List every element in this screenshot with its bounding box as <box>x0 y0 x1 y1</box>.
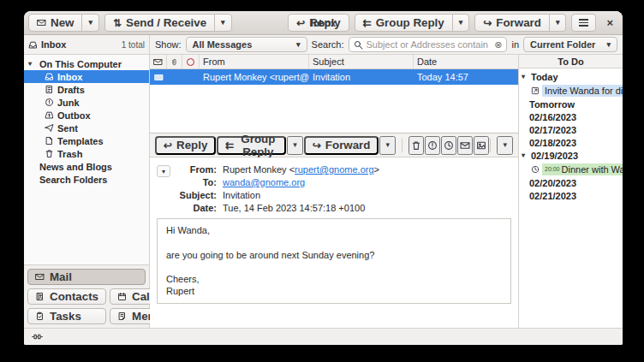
chevron-down-icon: ▾ <box>221 19 225 27</box>
expander-icon[interactable]: ▾ <box>522 73 528 80</box>
mark-unread-button[interactable] <box>457 136 473 155</box>
trash-icon <box>45 149 54 158</box>
new-message-icon <box>37 18 46 27</box>
message-headers: ▾ From: Rupert Monkey <rupert@gnome.org>… <box>150 157 518 217</box>
group-reply-dropdown-button[interactable]: ▾ <box>452 14 470 32</box>
sent-icon <box>45 123 54 133</box>
reply-icon: ↩ <box>296 18 305 28</box>
search-scope-dropdown[interactable]: Current Folder ▾ <box>523 37 617 52</box>
preview-group-reply-dropdown[interactable]: ▾ <box>287 136 303 155</box>
message-row[interactable]: Rupert Monkey <rupert@gno... Invitation … <box>150 69 518 85</box>
preview-forward-button[interactable]: ↪ Forward <box>304 136 379 155</box>
folder-name-label: Inbox <box>41 39 66 50</box>
todo-group-date[interactable]: 02/21/2023 <box>519 189 623 202</box>
expander-icon[interactable]: ▾ <box>28 60 36 68</box>
preview-group-reply-button[interactable]: ⇇ Group Reply <box>217 136 286 155</box>
sidebar-item-templates[interactable]: Templates <box>24 134 149 147</box>
junk-icon <box>45 98 54 107</box>
flag-column-header[interactable] <box>182 55 200 68</box>
chevron-down-icon: ▾ <box>88 19 92 27</box>
todo-title: To Do <box>519 55 623 68</box>
subject-column-header[interactable]: Subject <box>309 55 414 68</box>
todo-group-date[interactable]: 02/18/2023 <box>519 136 623 149</box>
tasks-icon <box>35 312 45 321</box>
todo-group-date[interactable]: 02/16/2023 <box>519 110 623 123</box>
todo-group-date-expanded[interactable]: ▾ 02/19/2023 <box>519 149 623 162</box>
online-status-icon[interactable] <box>32 331 43 342</box>
message-list-header: From Subject Date <box>150 55 518 69</box>
load-images-button[interactable] <box>474 136 489 155</box>
templates-icon <box>45 136 54 145</box>
search-input[interactable] <box>367 39 492 50</box>
contacts-icon <box>35 292 45 301</box>
close-window-button[interactable]: × <box>601 16 618 29</box>
chevron-down-icon: ▾ <box>162 168 165 175</box>
new-dropdown-button[interactable]: ▾ <box>81 14 99 32</box>
preview-overflow-dropdown[interactable]: ▾ <box>497 136 513 155</box>
sidebar-item-trash[interactable]: Trash <box>24 147 149 160</box>
from-email-link[interactable]: rupert@gnome.org <box>295 164 374 175</box>
send-receive-button[interactable]: ⇅ Send / Receive <box>104 14 215 32</box>
sidebar-item-inbox[interactable]: Inbox <box>24 70 149 83</box>
tree-root-news-and-blogs[interactable]: News and Blogs <box>24 160 149 173</box>
show-filter-dropdown[interactable]: All Messages ▾ <box>186 37 307 52</box>
new-button[interactable]: New <box>28 14 82 32</box>
delete-message-button[interactable] <box>408 136 424 155</box>
sidebar-item-junk[interactable]: Junk <box>24 96 149 109</box>
todo-bar: To Do ▾ Today Invite Wanda for din... To… <box>519 55 623 328</box>
switcher-contacts-button[interactable]: Contacts <box>27 288 106 305</box>
sidebar-item-drafts[interactable]: Drafts <box>24 83 149 96</box>
preview-reply-button[interactable]: ↩ Reply <box>155 136 216 155</box>
to-email-link[interactable]: wanda@gnome.org <box>223 177 305 187</box>
message-pane: From Subject Date Rupert Monkey <rupert@… <box>150 55 519 328</box>
todo-group-tomorrow[interactable]: Tomorrow <box>519 98 623 110</box>
switcher-tasks-button[interactable]: Tasks <box>27 308 106 324</box>
snooze-button[interactable] <box>441 136 456 155</box>
todo-group-date[interactable]: 02/17/2023 <box>519 123 623 136</box>
from-column-header[interactable]: From <box>200 55 309 68</box>
from-label: From: <box>176 164 217 175</box>
reply-button[interactable]: ↩ Reply <box>288 14 349 32</box>
current-folder-summary: Inbox 1 total <box>24 35 150 54</box>
status-column-header[interactable] <box>150 55 167 68</box>
tree-root-on-this-computer[interactable]: ▾ On This Computer <box>24 57 149 70</box>
evolution-window: Inbox New ▾ ⇅ Send / Receive ▾ ↩ Reply ⇇ <box>24 11 623 345</box>
forward-icon: ↪ <box>313 140 321 151</box>
new-split-button: New ▾ <box>28 14 99 32</box>
clear-search-icon[interactable]: ⊗ <box>494 39 502 50</box>
mail-icon <box>35 272 45 282</box>
forward-dropdown-button[interactable]: ▾ <box>549 14 567 32</box>
todo-task-item[interactable]: Invite Wanda for din... <box>519 83 623 98</box>
todo-group-date[interactable]: 02/20/2023 <box>519 176 623 189</box>
mark-junk-button[interactable] <box>425 136 440 155</box>
switcher-mail-button[interactable]: Mail <box>27 269 146 285</box>
group-reply-button[interactable]: ⇇ Group Reply <box>355 14 453 32</box>
send-receive-dropdown-button[interactable]: ▾ <box>214 14 232 32</box>
todo-group-today[interactable]: ▾ Today <box>519 70 623 83</box>
from-value: Rupert Monkey <rupert@gnome.org> <box>223 164 379 175</box>
memos-icon <box>117 312 127 321</box>
forward-button[interactable]: ↪ Forward <box>474 14 550 32</box>
group-reply-icon: ⇇ <box>363 18 372 28</box>
folder-tree: ▾ On This Computer Inbox Drafts Junk <box>24 55 149 186</box>
drafts-icon <box>45 85 54 94</box>
message-list-empty-area[interactable] <box>150 85 518 134</box>
date-label: Date: <box>176 203 217 213</box>
search-entry[interactable]: ⊗ <box>349 37 508 52</box>
menu-button[interactable] <box>571 14 596 32</box>
envelope-icon <box>154 73 164 82</box>
todo-event-item[interactable]: 20:00Dinner with Wa... <box>519 162 623 176</box>
sidebar-item-sent[interactable]: Sent <box>24 122 149 134</box>
attachment-column-header[interactable] <box>167 55 182 68</box>
preview-forward-dropdown[interactable]: ▾ <box>379 136 396 155</box>
message-date: Today 14:57 <box>414 72 518 82</box>
sidebar-item-outbox[interactable]: Outbox <box>24 109 149 122</box>
folder-sidebar: ▾ On This Computer Inbox Drafts Junk <box>24 55 150 328</box>
reply-icon: ↩ <box>164 140 172 151</box>
expander-icon[interactable]: ▾ <box>522 151 528 159</box>
collapse-headers-button[interactable]: ▾ <box>157 165 170 177</box>
tree-root-search-folders[interactable]: Search Folders <box>24 173 149 186</box>
date-column-header[interactable]: Date <box>414 55 518 68</box>
calendar-icon <box>117 292 127 301</box>
outbox-icon <box>45 110 54 120</box>
